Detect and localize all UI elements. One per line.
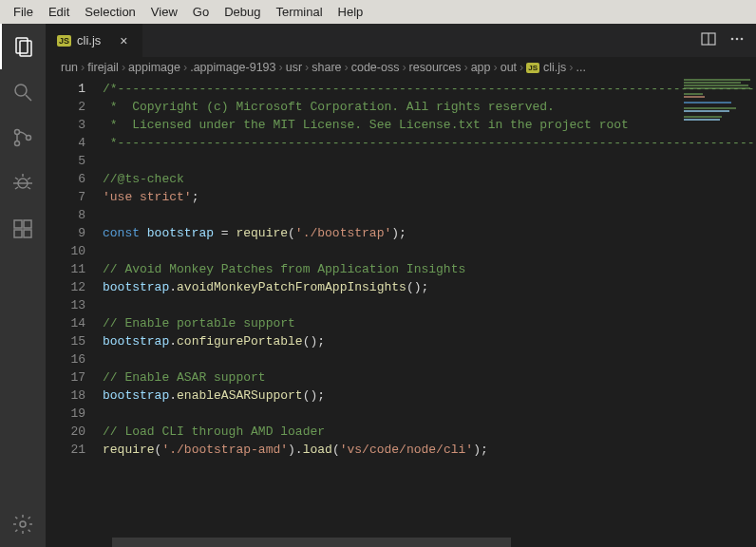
code-line[interactable]: bootstrap.avoidMonkeyPatchFromAppInsight… [103, 278, 756, 296]
line-number: 15 [46, 332, 85, 350]
code-line[interactable]: * Licensed under the MIT License. See Li… [103, 116, 756, 134]
svg-rect-14 [14, 220, 22, 228]
chevron-right-icon: › [463, 61, 467, 74]
svg-point-22 [736, 38, 739, 41]
line-number: 14 [46, 314, 85, 332]
menu-selection[interactable]: Selection [77, 2, 142, 22]
line-number-gutter: 123456789101112131415161718192021 [46, 78, 103, 547]
code-line[interactable]: * Copyright (c) Microsoft Corporation. A… [103, 98, 756, 116]
line-number: 7 [46, 188, 85, 206]
line-number: 2 [46, 98, 85, 116]
code-line[interactable]: // Avoid Monkey Patches from Application… [103, 260, 756, 278]
editor[interactable]: 123456789101112131415161718192021 /*----… [46, 78, 756, 547]
explorer-icon[interactable] [0, 24, 46, 69]
line-number: 11 [46, 260, 85, 278]
svg-line-11 [15, 187, 18, 189]
breadcrumb-segment[interactable]: usr [286, 61, 302, 74]
code-line[interactable]: bootstrap.enableASARSupport(); [103, 387, 756, 405]
code-line[interactable] [103, 350, 756, 368]
extensions-icon[interactable] [0, 206, 46, 252]
chevron-right-icon: › [402, 61, 406, 74]
svg-rect-16 [24, 230, 31, 237]
menu-help[interactable]: Help [331, 2, 371, 22]
menu-edit[interactable]: Edit [41, 2, 77, 22]
line-number: 3 [46, 116, 85, 134]
chevron-right-icon: › [520, 61, 523, 74]
menu-debug[interactable]: Debug [217, 2, 268, 22]
svg-line-12 [28, 187, 30, 189]
breadcrumb-segment[interactable]: firejail [87, 61, 119, 74]
breadcrumb-segment[interactable]: code-oss [351, 61, 400, 74]
chevron-right-icon: › [279, 61, 283, 74]
breadcrumb-segment[interactable]: resources [409, 61, 462, 74]
line-number: 1 [46, 80, 85, 98]
code-line[interactable]: bootstrap.configurePortable(); [103, 332, 756, 350]
code-line[interactable]: //@ts-check [103, 170, 756, 188]
svg-point-18 [20, 521, 26, 527]
code-line[interactable] [103, 242, 756, 260]
menu-go[interactable]: Go [185, 2, 217, 22]
editor-actions [701, 24, 756, 57]
line-number: 12 [46, 278, 85, 296]
debug-icon[interactable] [0, 160, 46, 206]
breadcrumb[interactable]: run›firejail›appimage›.appimage-9193›usr… [46, 57, 756, 78]
line-number: 6 [46, 170, 85, 188]
js-file-icon: JS [57, 35, 71, 47]
breadcrumb-segment[interactable]: app [471, 61, 491, 74]
svg-point-4 [15, 130, 20, 135]
line-number: 10 [46, 242, 85, 260]
code-line[interactable] [103, 152, 756, 170]
code-line[interactable] [103, 296, 756, 314]
line-number: 8 [46, 206, 85, 224]
code-line[interactable]: // Enable ASAR support [103, 368, 756, 387]
code-line[interactable]: 'use strict'; [103, 188, 756, 206]
more-actions-icon[interactable] [729, 31, 745, 49]
svg-point-21 [731, 38, 734, 41]
settings-gear-icon[interactable] [0, 501, 46, 547]
line-number: 13 [46, 296, 85, 314]
line-number: 5 [46, 152, 85, 170]
code-line[interactable]: /*--------------------------------------… [103, 80, 756, 98]
chevron-right-icon: › [305, 61, 309, 74]
breadcrumb-more[interactable]: ... [576, 61, 586, 74]
code-line[interactable] [103, 405, 756, 423]
activity-bar [0, 24, 46, 547]
horizontal-scrollbar[interactable] [112, 538, 511, 547]
tab-bar: JS cli.js × [46, 24, 756, 57]
svg-point-23 [741, 38, 744, 41]
menu-view[interactable]: View [143, 2, 185, 22]
line-number: 17 [46, 368, 85, 387]
svg-line-3 [26, 95, 31, 101]
source-control-icon[interactable] [0, 115, 46, 160]
menu-file[interactable]: File [6, 2, 41, 22]
breadcrumb-segment[interactable]: share [312, 61, 341, 74]
svg-rect-15 [14, 230, 22, 237]
breadcrumb-segment[interactable]: appimage [128, 61, 180, 74]
code-line[interactable] [103, 206, 756, 224]
svg-point-2 [15, 85, 27, 96]
code-line[interactable]: const bootstrap = require('./bootstrap')… [103, 224, 756, 242]
split-editor-icon[interactable] [701, 31, 716, 49]
svg-line-9 [15, 178, 18, 179]
menu-terminal[interactable]: Terminal [268, 2, 330, 22]
breadcrumb-segment[interactable]: out [501, 61, 517, 74]
js-file-icon: JS [526, 63, 539, 73]
code-line[interactable]: // Load CLI through AMD loader [103, 423, 756, 441]
breadcrumb-file[interactable]: cli.js [543, 61, 566, 74]
search-icon[interactable] [0, 69, 46, 115]
breadcrumb-segment[interactable]: .appimage-9193 [190, 61, 275, 74]
svg-line-10 [28, 178, 30, 179]
line-number: 9 [46, 224, 85, 242]
svg-point-6 [27, 136, 31, 141]
tab-cli-js[interactable]: JS cli.js × [46, 24, 143, 57]
close-icon[interactable]: × [116, 33, 131, 48]
chevron-right-icon: › [122, 61, 125, 74]
line-number: 18 [46, 387, 85, 405]
breadcrumb-segment[interactable]: run [61, 61, 78, 74]
chevron-right-icon: › [183, 61, 187, 74]
code-area[interactable]: /*--------------------------------------… [103, 78, 756, 547]
svg-point-5 [15, 141, 20, 146]
code-line[interactable]: *---------------------------------------… [103, 134, 756, 152]
code-line[interactable]: // Enable portable support [103, 314, 756, 332]
code-line[interactable]: require('./bootstrap-amd').load('vs/code… [103, 441, 756, 459]
